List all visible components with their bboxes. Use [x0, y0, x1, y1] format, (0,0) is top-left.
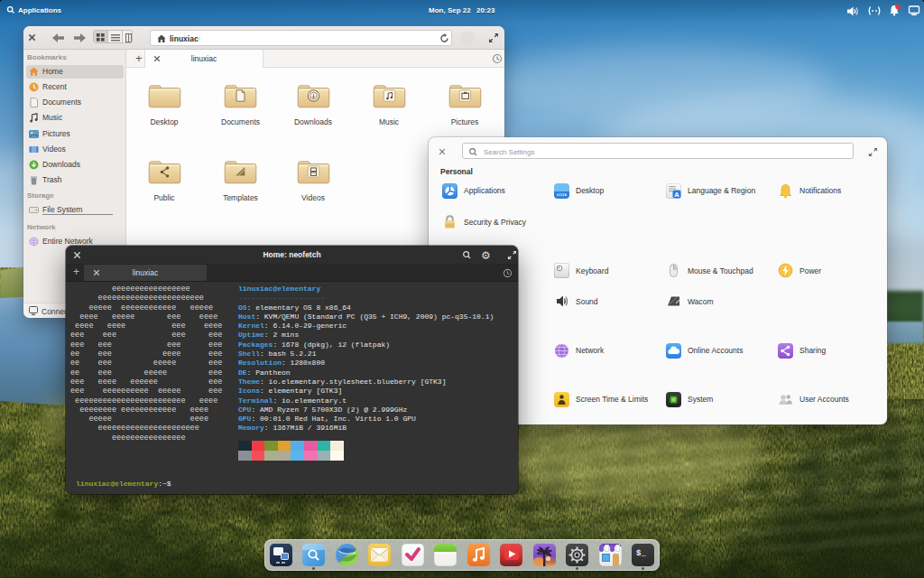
svg-text:A: A: [674, 190, 679, 198]
